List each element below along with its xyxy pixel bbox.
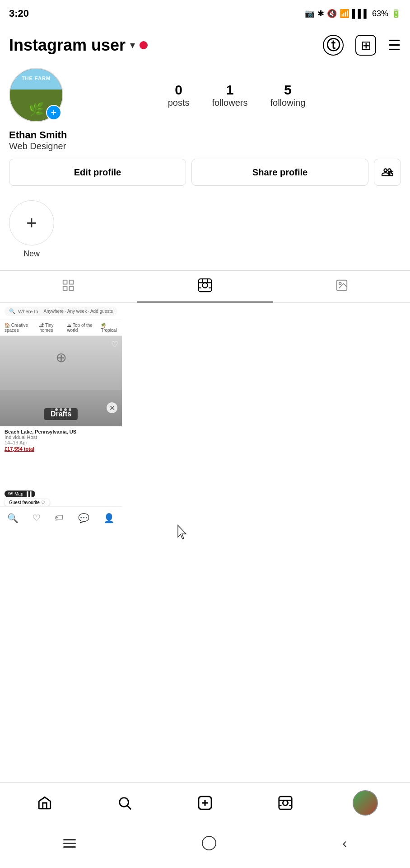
nav-profile[interactable]: [349, 787, 381, 819]
tab-reels[interactable]: [137, 271, 274, 302]
tab-grid[interactable]: [0, 271, 137, 302]
guest-favourite-badge: Guest favourite ♡: [5, 499, 50, 506]
status-bar: 3:20 📷 ✱ 🔇 📶 ▌▌▌ 63% 🔋: [0, 0, 410, 27]
reels-icon: [197, 278, 213, 296]
nav-search[interactable]: [109, 787, 140, 819]
signal-icon: ▌▌▌: [352, 9, 369, 19]
like-icon-small[interactable]: ♡: [41, 500, 45, 505]
image-dots: [0, 406, 122, 413]
wifi-icon: 📶: [340, 9, 349, 19]
profile-stats: 0 posts 1 followers 5 following: [72, 82, 401, 108]
airbnb-search-bar[interactable]: 🔍 Where to Anywhere · Any week · Add gue…: [5, 307, 117, 316]
nav-add[interactable]: [189, 787, 221, 819]
airbnb-info: Beach Lake, Pennsylvania, US Individual …: [0, 426, 122, 454]
svg-rect-3: [70, 280, 74, 284]
airbnb-header: 🔍 Where to Anywhere · Any week · Add gue…: [0, 303, 122, 320]
svg-rect-6: [199, 278, 211, 291]
nav-reels[interactable]: [270, 787, 301, 819]
sys-nav-recent[interactable]: [63, 839, 76, 848]
stat-following[interactable]: 5 following: [270, 82, 305, 108]
edit-profile-button[interactable]: Edit profile: [9, 159, 186, 186]
profile-name: Ethan Smith: [9, 129, 401, 141]
svg-point-21: [283, 800, 288, 805]
svg-point-15: [120, 797, 129, 807]
airbnb-filters: 🏠 Creative spaces 🏕 Tiny homes ⛰ Top of …: [0, 320, 122, 336]
like-icon[interactable]: ♡: [111, 340, 118, 349]
notification-dot: [140, 41, 148, 49]
add-friend-button[interactable]: [374, 159, 401, 186]
dot-5: [69, 408, 71, 411]
filter-creative[interactable]: 🏠 Creative spaces: [5, 323, 33, 333]
share-profile-button[interactable]: Share profile: [191, 159, 368, 186]
airbnb-nav-booking[interactable]: 🏷: [55, 513, 64, 523]
following-label: following: [270, 98, 305, 108]
svg-point-7: [202, 283, 207, 288]
svg-rect-5: [70, 286, 74, 290]
price-value: £17,554 total: [5, 446, 34, 452]
highlight-new-label: New: [23, 249, 40, 259]
stat-followers[interactable]: 1 followers: [212, 82, 248, 108]
avatar-wrapper[interactable]: +: [9, 68, 63, 122]
tab-tagged[interactable]: [273, 271, 410, 302]
airbnb-nav-search[interactable]: 🔍: [7, 513, 19, 524]
top-nav-right: ⓣ ⊞ ☰: [323, 35, 401, 56]
following-count: 5: [270, 82, 305, 98]
airbnb-nav-heart[interactable]: ♡: [33, 513, 41, 524]
guest-badge-text: Guest favourite: [9, 500, 40, 505]
sys-nav-back[interactable]: ‹: [342, 835, 347, 851]
add-post-icon[interactable]: ⊞: [355, 35, 376, 56]
airbnb-host: Individual Host: [5, 434, 117, 440]
nav-home[interactable]: [29, 787, 61, 819]
dot-3: [60, 408, 62, 411]
highlight-new-circle[interactable]: +: [9, 200, 54, 245]
top-nav-left: Instagram user ▾: [9, 36, 148, 55]
filter-top[interactable]: ⛰ Top of the world: [67, 323, 94, 333]
bottom-navigation: [0, 782, 410, 823]
profile-section: + 0 posts 1 followers 5 following Ethan …: [0, 63, 410, 193]
filter-tiny[interactable]: 🏕 Tiny homes: [39, 323, 61, 333]
airbnb-room-image: Drafts ♡: [0, 336, 122, 426]
status-time: 3:20: [9, 8, 29, 19]
dot-2: [55, 408, 58, 411]
tab-bar: [0, 270, 410, 303]
content-area: 🔍 Where to Anywhere · Any week · Add gue…: [0, 303, 410, 574]
svg-rect-20: [279, 796, 291, 809]
username-title[interactable]: Instagram user: [9, 36, 126, 55]
menu-icon[interactable]: ☰: [388, 37, 401, 54]
filter-tropical[interactable]: 🌴 Tropical: [101, 323, 117, 333]
posts-label: posts: [168, 98, 190, 108]
highlight-new[interactable]: + New: [9, 200, 54, 259]
map-button[interactable]: 🗺 Map ▐▐: [5, 491, 35, 497]
profile-bio: Web Designer: [9, 141, 401, 151]
close-icon[interactable]: ✕: [107, 402, 117, 413]
posts-count: 0: [168, 82, 190, 98]
followers-count: 1: [212, 82, 248, 98]
profile-row: + 0 posts 1 followers 5 following: [9, 68, 401, 122]
airbnb-search-meta: Anywhere · Any week · Add guests: [44, 309, 113, 314]
airbnb-price: £17,554 total: [5, 446, 117, 452]
airbnb-card: 🔍 Where to Anywhere · Any week · Add gue…: [0, 303, 122, 529]
airbnb-nav-profile[interactable]: 👤: [103, 513, 115, 524]
map-label: Map: [14, 491, 23, 496]
status-icons: 📷 ✱ 🔇 📶 ▌▌▌ 63% 🔋: [305, 9, 401, 19]
profile-avatar-nav: [353, 790, 378, 816]
stat-posts[interactable]: 0 posts: [168, 82, 190, 108]
system-navigation: ‹: [0, 823, 410, 868]
dropdown-arrow-icon[interactable]: ▾: [130, 39, 135, 51]
tagged-icon: [335, 278, 349, 295]
highlights-section: + New: [0, 193, 410, 266]
grid-icon: [61, 278, 75, 295]
svg-point-14: [339, 282, 341, 284]
profile-name-section: Ethan Smith Web Designer: [9, 129, 401, 151]
airbnb-nav-message[interactable]: 💬: [78, 513, 89, 524]
airbnb-location: Beach Lake, Pennsylvania, US: [5, 429, 117, 434]
svg-line-16: [128, 806, 131, 809]
avatar-add-button[interactable]: +: [46, 105, 61, 120]
battery-icon: 🔋: [391, 9, 401, 19]
mute-icon: 🔇: [327, 9, 337, 19]
followers-label: followers: [212, 98, 248, 108]
sys-nav-home[interactable]: [202, 836, 216, 850]
threads-icon[interactable]: ⓣ: [323, 35, 344, 56]
bluetooth-icon: ✱: [317, 9, 324, 19]
airbnb-search-text: Where to: [18, 309, 38, 314]
